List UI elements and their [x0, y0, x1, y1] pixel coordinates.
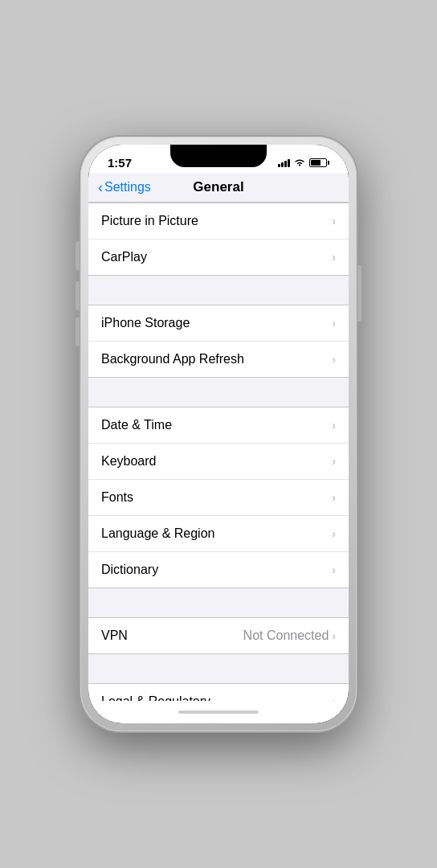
chevron-right-icon: ›	[332, 629, 336, 642]
row-right: ›	[332, 563, 336, 576]
chevron-right-icon: ›	[332, 317, 336, 330]
settings-group-3: Date & Time › Keyboard › Fonts	[88, 407, 349, 588]
home-bar	[178, 710, 259, 714]
svg-point-0	[299, 164, 300, 166]
signal-icon	[278, 159, 290, 167]
row-right: ›	[332, 419, 336, 432]
chevron-right-icon: ›	[332, 491, 336, 504]
section-separator	[88, 654, 349, 683]
phone-screen: 1:57	[88, 145, 349, 723]
row-label: Date & Time	[101, 418, 172, 432]
row-label: Fonts	[101, 490, 133, 505]
row-label: Background App Refresh	[101, 352, 244, 366]
row-label: Language & Region	[101, 526, 214, 541]
row-label: Dictionary	[101, 563, 158, 577]
settings-group-5: Legal & Regulatory ›	[88, 683, 349, 701]
row-value: Not Connected	[243, 628, 329, 643]
row-right: ›	[332, 215, 336, 227]
notch	[170, 145, 267, 167]
row-label: Keyboard	[101, 454, 157, 469]
section-separator	[88, 276, 349, 305]
chevron-right-icon: ›	[332, 695, 336, 701]
fonts-row[interactable]: Fonts ›	[88, 480, 349, 516]
nav-bar: ‹ Settings General	[88, 173, 349, 203]
chevron-right-icon: ›	[332, 563, 336, 576]
section-separator	[88, 378, 349, 407]
settings-list: Picture in Picture › CarPlay ›	[88, 203, 349, 701]
chevron-right-icon: ›	[332, 215, 336, 227]
row-label: CarPlay	[101, 250, 147, 264]
row-right: ›	[332, 353, 336, 366]
row-right: Not Connected ›	[243, 628, 336, 643]
background-app-refresh-row[interactable]: Background App Refresh ›	[88, 342, 349, 377]
chevron-back-icon: ‹	[98, 179, 103, 196]
row-right: ›	[332, 455, 336, 468]
home-indicator	[88, 701, 349, 723]
row-label: Picture in Picture	[101, 214, 198, 228]
chevron-right-icon: ›	[332, 527, 336, 540]
keyboard-row[interactable]: Keyboard ›	[88, 444, 349, 480]
status-icons	[278, 158, 329, 169]
section-separator	[88, 588, 349, 617]
page-title: General	[193, 179, 243, 195]
screen-content: 1:57	[88, 145, 349, 723]
settings-group-1: Picture in Picture › CarPlay ›	[88, 203, 349, 276]
vpn-row[interactable]: VPN Not Connected ›	[88, 618, 349, 653]
chevron-right-icon: ›	[332, 419, 336, 432]
settings-group-2: iPhone Storage › Background App Refresh …	[88, 305, 349, 378]
wifi-icon	[294, 158, 305, 169]
settings-group-4: VPN Not Connected ›	[88, 617, 349, 654]
row-right: ›	[332, 317, 336, 330]
row-label: VPN	[101, 628, 128, 643]
row-right: ›	[332, 695, 336, 701]
row-right: ›	[332, 491, 336, 504]
list-item[interactable]: Picture in Picture ›	[88, 203, 349, 240]
row-label: Legal & Regulatory	[101, 694, 210, 701]
chevron-right-icon: ›	[332, 251, 336, 264]
row-right: ›	[332, 251, 336, 264]
list-item[interactable]: CarPlay ›	[88, 240, 349, 275]
row-label: iPhone Storage	[101, 316, 190, 330]
dictionary-row[interactable]: Dictionary ›	[88, 552, 349, 588]
legal-regulatory-row[interactable]: Legal & Regulatory ›	[88, 684, 349, 701]
status-time: 1:57	[108, 156, 132, 170]
date-time-row[interactable]: Date & Time ›	[88, 407, 349, 444]
iphone-storage-row[interactable]: iPhone Storage ›	[88, 305, 349, 342]
back-button[interactable]: ‹ Settings	[98, 179, 151, 196]
back-label: Settings	[104, 180, 151, 194]
battery-icon	[309, 158, 329, 167]
chevron-right-icon: ›	[332, 353, 336, 366]
language-region-row[interactable]: Language & Region ›	[88, 516, 349, 552]
row-right: ›	[332, 527, 336, 540]
chevron-right-icon: ›	[332, 455, 336, 468]
phone-frame: 1:57	[80, 137, 357, 731]
